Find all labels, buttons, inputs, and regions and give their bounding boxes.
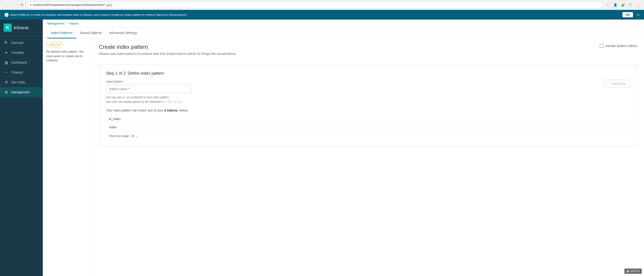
- next-step-button[interactable]: › Next step: [604, 80, 630, 87]
- top-nav: Index Patterns Saved Objects Advanced Se…: [43, 28, 644, 38]
- include-system-label: Include system indices: [606, 44, 637, 48]
- browser-actions: ☆ 👤 🧩 🛡 ⋮: [604, 2, 641, 8]
- profile-button[interactable]: 👤: [612, 2, 618, 8]
- page-title: Create index pattern: [99, 44, 236, 50]
- menu-button[interactable]: ⋮: [635, 2, 641, 8]
- dashboard-icon: ▦: [4, 60, 8, 65]
- breadcrumb-kibana[interactable]: Kibana: [70, 22, 78, 25]
- matches-text: Your index pattern can match any of your…: [106, 109, 630, 112]
- sidebar: K kibana 🔍 Discover ● Visualize ▦ Dashbo…: [0, 19, 43, 276]
- page-subtitle: Kibana uses index patterns to retrieve d…: [99, 52, 236, 55]
- include-system-area: Include system indices: [600, 44, 637, 48]
- sidebar-item-discover[interactable]: 🔍 Discover: [0, 38, 43, 48]
- matches-count: 2 indices: [164, 109, 178, 112]
- rows-per-page-label: Rows per page:: [109, 134, 130, 138]
- sidebar-item-devtools[interactable]: ⚒ Dev Tools: [0, 77, 43, 87]
- rows-per-page-value: 10: [131, 134, 134, 138]
- sidebar-label-visualize: Visualize: [11, 51, 24, 54]
- next-step-icon: ›: [609, 82, 610, 85]
- sidebar-label-devtools: Dev Tools: [11, 80, 25, 84]
- index-name-2: index: [106, 123, 630, 131]
- sidebar-label-discover: Discover: [11, 41, 24, 44]
- sidebar-item-timelion[interactable]: ∼ Timelion: [0, 67, 43, 77]
- rows-per-page-control[interactable]: Rows per page: 10 ⌄: [106, 131, 630, 140]
- table-row: ik_index: [106, 115, 630, 123]
- banner-timer: 2s: [636, 13, 640, 16]
- warning-text: No default index pattern. You must selec…: [46, 49, 88, 63]
- kibana-app-name: kibana: [14, 25, 28, 30]
- refresh-button[interactable]: ⟳: [19, 2, 25, 8]
- warning-badge: Warning: [46, 42, 63, 47]
- address-bar: ●: [27, 1, 602, 8]
- devtools-icon: ⚒: [4, 80, 8, 84]
- content-area: Warning No default index pattern. You mu…: [43, 38, 644, 276]
- management-icon: ⚙: [4, 90, 8, 94]
- adblock-button[interactable]: 🛡: [627, 2, 634, 8]
- sidebar-item-management[interactable]: ⚙ Management: [0, 87, 43, 97]
- forward-button[interactable]: →: [11, 2, 17, 8]
- table-row: index: [106, 123, 630, 131]
- app-container: K kibana 🔍 Discover ● Visualize ▦ Dashbo…: [0, 19, 644, 276]
- banner-left: i Index Patterns: In order to visualize …: [4, 13, 188, 17]
- info-banner: i Index Patterns: In order to visualize …: [0, 10, 644, 19]
- banner-message: Index Patterns: In order to visualize an…: [10, 13, 188, 16]
- main-panel: Create index pattern Kibana uses index p…: [92, 38, 644, 276]
- index-pattern-input[interactable]: [106, 84, 192, 93]
- tab-advanced-settings[interactable]: Advanced Settings: [105, 28, 141, 38]
- info-icon: i: [4, 13, 8, 17]
- main-content: Management / Kibana Index Patterns Saved…: [43, 19, 644, 276]
- indices-table: ik_index index: [106, 115, 630, 131]
- back-button[interactable]: ←: [3, 2, 9, 8]
- step-card: Step 1 of 2: Define index pattern Index …: [99, 64, 637, 147]
- kibana-logo-k: K: [4, 23, 12, 32]
- sidebar-label-management: Management: [11, 90, 30, 94]
- sidebar-item-dashboard[interactable]: ▦ Dashboard: [0, 57, 43, 67]
- banner-ok-button[interactable]: OK: [622, 12, 633, 17]
- extensions-button[interactable]: 🧩: [620, 2, 626, 8]
- browser-chrome: ← → ⟳ ● ☆ 👤 🧩 🛡 ⋮: [0, 0, 644, 10]
- timelion-icon: ∼: [4, 70, 8, 75]
- discover-icon: 🔍: [4, 40, 8, 45]
- chevron-down-icon: ⌄: [136, 134, 138, 138]
- url-input[interactable]: [33, 3, 600, 6]
- breadcrumb-separator: /: [66, 22, 68, 25]
- sidebar-logo: K kibana: [0, 19, 43, 36]
- field-label: Index pattern: [106, 80, 192, 83]
- input-hint-wildcard: You can use a * as a wildcard in your in…: [106, 95, 192, 104]
- visualize-icon: ●: [4, 50, 8, 55]
- next-step-label: Next step: [612, 82, 626, 85]
- tab-index-patterns[interactable]: Index Patterns: [47, 28, 76, 38]
- sidebar-label-timelion: Timelion: [11, 71, 23, 74]
- sidebar-nav: 🔍 Discover ● Visualize ▦ Dashboard ∼ Tim…: [0, 36, 43, 99]
- bookmark-button[interactable]: ☆: [604, 2, 611, 8]
- breadcrumb-management[interactable]: Management: [47, 22, 64, 25]
- lock-icon: ●: [30, 3, 32, 6]
- left-panel: Warning No default index pattern. You mu…: [43, 38, 92, 276]
- index-name-1: ik_index: [106, 115, 630, 123]
- sidebar-item-visualize[interactable]: ● Visualize: [0, 48, 43, 57]
- tab-saved-objects[interactable]: Saved Objects: [76, 28, 106, 38]
- sidebar-label-dashboard: Dashboard: [11, 61, 27, 64]
- step-title: Step 1 of 2: Define index pattern: [106, 71, 630, 76]
- include-system-checkbox[interactable]: [600, 44, 604, 48]
- breadcrumb: Management / Kibana: [43, 19, 644, 28]
